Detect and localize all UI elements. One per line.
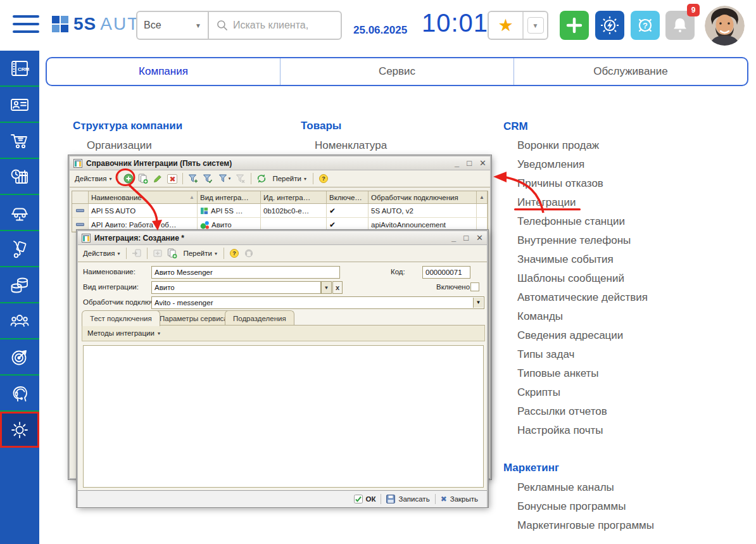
menu-item-standard-questionnaires[interactable]: Типовые анкеты: [517, 367, 599, 380]
ok-button[interactable]: ОК: [349, 495, 381, 503]
cell-name: API 5S AUTO: [89, 204, 198, 218]
code-field[interactable]: 000000071: [422, 266, 470, 279]
search-scope-select[interactable]: Все ▼: [137, 12, 209, 39]
integration-methods-label: Методы интеграции: [87, 329, 154, 337]
post-button[interactable]: [151, 248, 164, 260]
support-button[interactable]: [243, 248, 255, 260]
tab-departments[interactable]: Подразделения: [225, 310, 294, 326]
enabled-checkbox[interactable]: [470, 282, 479, 291]
sidebar-item-finance[interactable]: [0, 267, 39, 303]
tab-service-params[interactable]: Параметры сервиса: [151, 310, 236, 326]
kind-clear-button[interactable]: x: [332, 281, 343, 294]
header-marker-cell: [72, 191, 89, 204]
menu-item-report-mailings[interactable]: Рассылки отчетов: [517, 405, 607, 418]
menu-item-sales-funnels[interactable]: Воронки продаж: [517, 139, 599, 152]
menu-item-message-templates[interactable]: Шаблоны сообщений: [517, 272, 624, 285]
filter-set-button[interactable]: [187, 173, 199, 185]
goto-menu-button[interactable]: Перейти▾: [180, 248, 220, 258]
connection-test-area[interactable]: [83, 345, 484, 488]
settings-button[interactable]: [595, 11, 624, 40]
help-button[interactable]: ?: [631, 11, 660, 40]
minimize-button[interactable]: _: [455, 158, 459, 169]
maximize-button[interactable]: □: [463, 232, 469, 244]
actions-menu-button[interactable]: Действия▾: [72, 174, 114, 184]
favorites-dropdown[interactable]: ▼: [524, 12, 547, 39]
menu-item-task-types[interactable]: Типы задач: [517, 348, 574, 361]
goto-menu-button[interactable]: Перейти▾: [270, 174, 309, 184]
sidebar-item-crm[interactable]: CRM: [0, 51, 39, 87]
header-handler[interactable]: Обработчик подключения: [369, 191, 477, 204]
header-id[interactable]: Ид. интегра…: [261, 191, 327, 204]
help-button[interactable]: ?: [317, 173, 330, 185]
close-button[interactable]: ✕: [479, 158, 486, 169]
sidebar-item-delivery[interactable]: [0, 231, 39, 267]
menu-item-bonus-programs[interactable]: Бонусные программы: [517, 500, 626, 513]
add-button[interactable]: [560, 11, 589, 40]
scrollbar-track[interactable]: [477, 204, 488, 218]
header-enabled[interactable]: Включе…: [327, 191, 369, 204]
menu-item-organizations[interactable]: Организации: [87, 139, 152, 152]
menu-item-nomenclature[interactable]: Номенклатура: [315, 139, 387, 152]
reread-button[interactable]: [130, 248, 143, 260]
minimize-button[interactable]: _: [451, 232, 456, 244]
tab-service[interactable]: Сервис: [280, 58, 513, 85]
sidebar-item-support[interactable]: [0, 376, 39, 412]
sidebar-item-settings[interactable]: [0, 412, 39, 448]
actions-menu-button[interactable]: Действия▾: [80, 248, 122, 258]
delete-row-button[interactable]: ✖: [166, 173, 179, 185]
sidebar-item-targets[interactable]: [0, 339, 39, 376]
menu-item-phone-stations[interactable]: Телефонные станции: [517, 215, 625, 228]
copy-button[interactable]: [166, 248, 179, 260]
window1-titlebar[interactable]: Справочник Интеграции (Пять систем) _ □ …: [70, 156, 490, 170]
handler-field[interactable]: Avito - messenger ▼: [151, 296, 484, 309]
tab-maintenance[interactable]: Обслуживание: [513, 58, 747, 85]
tab-connection-test[interactable]: Тест подключения: [82, 310, 160, 326]
table-header-row: Наименование▲ Вид интегра… Ид. интегра… …: [72, 191, 488, 204]
header-name[interactable]: Наименование▲: [89, 191, 198, 204]
window1-title: Справочник Интеграции (Пять систем): [86, 159, 451, 168]
sidebar-item-schedule[interactable]: [0, 159, 39, 195]
edit-row-button[interactable]: [151, 173, 164, 185]
menu-item-notifications[interactable]: Уведомления: [517, 158, 584, 171]
table-row[interactable]: API 5S AUTO API 5S … 0b102bc0-e… ✔ 5S AU…: [72, 204, 488, 218]
save-button[interactable]: Записать: [381, 495, 434, 503]
menu-item-mail-settings[interactable]: Настройка почты: [517, 424, 603, 437]
user-avatar[interactable]: [705, 6, 745, 46]
sidebar-item-service[interactable]: [0, 195, 39, 231]
header-kind[interactable]: Вид интегра…: [198, 191, 261, 204]
filter-settings-button[interactable]: [201, 173, 214, 185]
kind-field[interactable]: Авито: [151, 281, 321, 294]
menu-item-marketing-programs[interactable]: Маркетинговые программы: [517, 519, 654, 532]
hamburger-menu-icon[interactable]: [13, 15, 39, 35]
menu-item-integrations[interactable]: Интеграции: [517, 196, 576, 209]
filter-clear-button[interactable]: [234, 173, 247, 185]
sidebar-item-contacts[interactable]: [0, 87, 39, 123]
menu-item-scripts[interactable]: Скрипты: [517, 386, 560, 399]
menu-item-internal-phones[interactable]: Внутренние телефоны: [517, 234, 631, 247]
favorites-button[interactable]: ★: [489, 12, 524, 39]
add-row-button[interactable]: [122, 173, 135, 185]
maximize-button[interactable]: □: [467, 158, 472, 169]
window2-titlebar[interactable]: Интеграция: Создание * _ □ ✕: [78, 231, 487, 245]
tab-company[interactable]: Компания: [47, 58, 280, 85]
integration-methods-menu[interactable]: Методы интеграции ▾: [82, 326, 485, 341]
scroll-up-button[interactable]: ▲: [477, 191, 488, 204]
menu-item-ad-channels[interactable]: Рекламные каналы: [517, 481, 614, 494]
kind-dropdown-button[interactable]: ▼: [321, 281, 332, 294]
menu-item-addressing-info[interactable]: Сведения адресации: [517, 329, 623, 342]
sidebar-item-team[interactable]: [0, 303, 39, 339]
name-field[interactable]: Авито Messenger: [151, 266, 340, 279]
refresh-button[interactable]: [255, 173, 268, 185]
help-button[interactable]: ?: [228, 248, 241, 260]
filter-history-button[interactable]: ▾: [216, 173, 232, 185]
handler-dropdown-button[interactable]: ▼: [473, 298, 483, 308]
sidebar-item-sales[interactable]: [0, 123, 39, 159]
search-input[interactable]: [233, 20, 334, 31]
menu-item-significant-events[interactable]: Значимые события: [517, 253, 614, 266]
menu-item-refusal-reasons[interactable]: Причины отказов: [517, 177, 603, 190]
copy-row-button[interactable]: [137, 173, 149, 185]
close-window-button[interactable]: ✖Закрыть: [436, 495, 483, 503]
close-button[interactable]: ✕: [476, 232, 483, 244]
menu-item-auto-actions[interactable]: Автоматические действия: [517, 291, 648, 304]
menu-item-teams[interactable]: Команды: [517, 310, 563, 323]
